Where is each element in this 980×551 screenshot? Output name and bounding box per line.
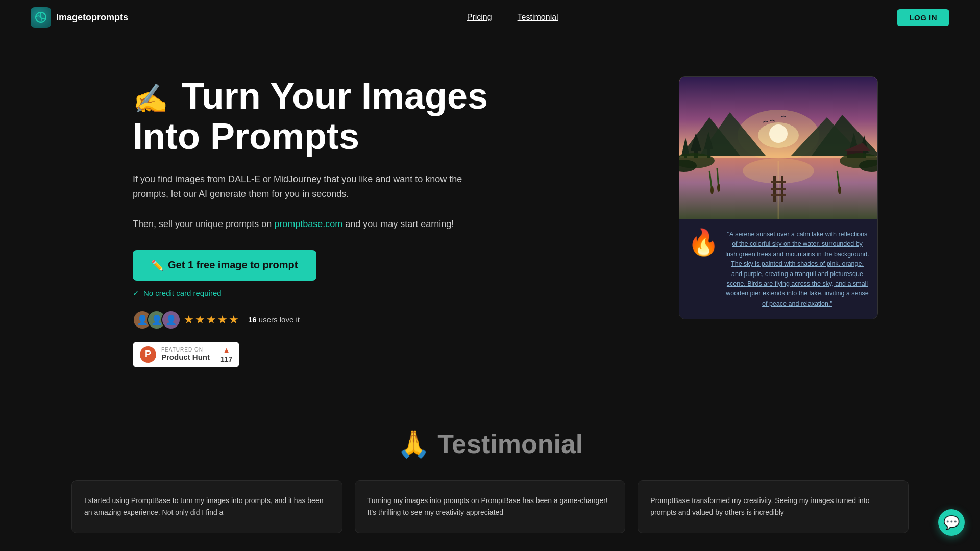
nav-logo[interactable]: Imagetoprompts — [31, 7, 128, 28]
ai-icon: 🔥 — [688, 230, 719, 255]
testimonial-card-2: Turning my images into prompts on Prompt… — [355, 480, 626, 533]
ph-votes: ▲ 117 — [215, 346, 232, 363]
hero-section: ✍️ Turn Your Images Into Prompts If you … — [0, 35, 980, 398]
no-credit-text: ✓ No credit card required — [133, 289, 490, 298]
testimonial-heading: 🙏 Testimonial — [71, 429, 909, 460]
image-card-bottom: 🔥 "A serene sunset over a calm lake with… — [679, 219, 877, 319]
hero-left: ✍️ Turn Your Images Into Prompts If you … — [133, 76, 490, 367]
testimonial-emoji: 🙏 — [397, 429, 430, 459]
svg-point-4 — [769, 124, 788, 143]
svg-point-29 — [838, 186, 841, 194]
cta-button[interactable]: ✏️ Get 1 free image to prompt — [133, 250, 316, 281]
logo-icon — [31, 7, 51, 28]
hero-promptbase-text: Then, sell your unique prompts on prompt… — [133, 217, 490, 232]
lake-image — [679, 77, 877, 219]
svg-rect-32 — [771, 181, 786, 183]
testimonials-grid: I started using PromptBase to turn my im… — [71, 480, 909, 533]
image-card: 🔥 "A serene sunset over a calm lake with… — [679, 76, 878, 319]
nav-links: Pricing Testimonial — [467, 13, 558, 22]
chat-bubble[interactable]: 💬 — [938, 509, 965, 536]
hero-title: ✍️ Turn Your Images Into Prompts — [133, 76, 490, 157]
nav-testimonial[interactable]: Testimonial — [518, 13, 558, 22]
logo-text: Imagetoprompts — [56, 12, 128, 23]
user-count: 16 users love it — [248, 315, 300, 324]
avatar-3: 👤 — [161, 310, 181, 330]
ph-logo-icon: P — [140, 346, 156, 363]
testimonial-section: 🙏 Testimonial I started using PromptBase… — [0, 398, 980, 551]
ratings-row: 👤 👤 👤 ★★★★★ 16 users love it — [133, 310, 490, 330]
ph-text: FEATURED ON Product Hunt — [161, 347, 210, 362]
title-icon: ✍️ — [133, 83, 168, 115]
chat-icon: 💬 — [943, 515, 960, 531]
hero-description: If you find images from DALL-E or MidJou… — [133, 172, 490, 202]
svg-rect-34 — [771, 194, 786, 196]
testimonial-card-3: PromptBase transformed my creativity. Se… — [638, 480, 909, 533]
svg-point-25 — [710, 186, 714, 194]
login-button[interactable]: LOG IN — [897, 9, 949, 26]
cta-icon: ✏️ — [151, 259, 164, 271]
svg-rect-33 — [771, 188, 786, 190]
svg-point-27 — [717, 184, 720, 192]
product-hunt-badge[interactable]: P FEATURED ON Product Hunt ▲ 117 — [133, 342, 239, 367]
promptbase-link[interactable]: promptbase.com — [274, 219, 342, 229]
testimonial-card-1: I started using PromptBase to turn my im… — [71, 480, 342, 533]
check-icon: ✓ — [133, 289, 139, 298]
image-quote: "A serene sunset over a calm lake with r… — [725, 230, 869, 309]
nav-pricing[interactable]: Pricing — [467, 13, 492, 22]
navbar: Imagetoprompts Pricing Testimonial LOG I… — [0, 0, 980, 35]
hero-right: 🔥 "A serene sunset over a calm lake with… — [679, 76, 878, 319]
user-avatars: 👤 👤 👤 — [133, 310, 176, 330]
star-rating: ★★★★★ — [184, 313, 240, 327]
